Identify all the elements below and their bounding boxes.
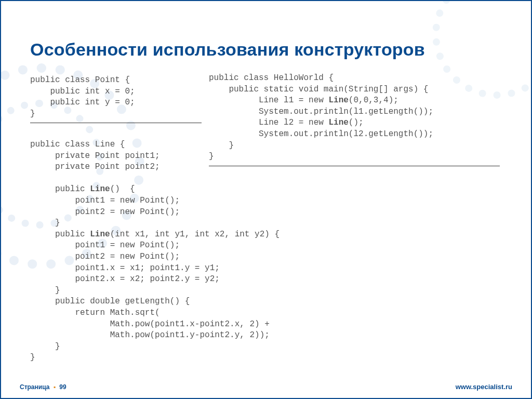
code-line-class: public class Line { private Point point1… — [30, 139, 300, 364]
page-separator-icon: ▪ — [51, 383, 58, 391]
slide-title: Особенности использования конструкторов — [30, 39, 425, 60]
footer: Страница ▪ 99 www.specialist.ru — [20, 383, 512, 391]
page-label: Страница — [20, 383, 49, 391]
page-number: 99 — [59, 383, 66, 391]
slide: Особенности использования конструкторов … — [0, 0, 532, 399]
page-indicator: Страница ▪ 99 — [20, 383, 66, 391]
footer-url: www.specialist.ru — [456, 383, 512, 391]
code-block-point: public class Point { public int x = 0; p… — [30, 75, 202, 123]
code-block-line: public class Line { private Point point1… — [30, 139, 300, 364]
code-point-class: public class Point { public int x = 0; p… — [30, 75, 202, 119]
